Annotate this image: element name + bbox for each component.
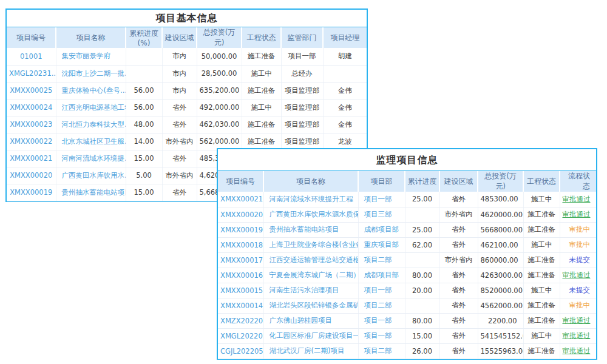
project-id-link[interactable]: XMXX00019 xyxy=(7,184,56,201)
progress-value: 62.00 xyxy=(405,237,439,252)
table-row: XMXX00021河南河流域水环境提升工程项目一部25.00省外485300.0… xyxy=(218,192,596,207)
manager-value: 龙波 xyxy=(323,133,367,150)
table-row: XMXX00015河南生活污水治理项目项目一部20.00省外8520000.00… xyxy=(218,283,596,298)
project-name-link[interactable]: 沈阳市上沙二期一批... xyxy=(56,65,126,82)
region-value: 市内 xyxy=(162,82,197,99)
flow-status[interactable]: 审批通过 xyxy=(560,207,596,222)
project-name-link[interactable]: 河南生活污水治理项目 xyxy=(263,283,358,298)
investment-value: 4263000.00 xyxy=(478,268,523,283)
flow-status[interactable]: 审批通过 xyxy=(560,328,596,343)
table-row: XMXX00023河北恒力泰科技大型...48.00省外462,030.00施工… xyxy=(7,116,367,133)
project-id-link[interactable]: XMXX00023 xyxy=(7,116,56,133)
region-value: 市内 xyxy=(162,65,197,82)
progress-value: 15.00 xyxy=(126,184,162,201)
project-name-link[interactable]: 湖北武汉厂房(二期)项目 xyxy=(263,343,358,359)
project-name-link[interactable]: 宁夏会展湾东城广场（二期）工程 xyxy=(263,268,358,283)
project-dept-link[interactable]: 项目二部 xyxy=(358,298,405,313)
column-header: 建设区域 xyxy=(162,27,197,48)
project-name-link[interactable]: 广西黄田水库饮用水源水质保护项目 xyxy=(263,207,358,222)
project-dept-link[interactable]: 项目一部 xyxy=(358,192,405,207)
project-id-link[interactable]: XMXX00019 xyxy=(218,222,263,237)
status-value: 施工中 xyxy=(523,237,560,252)
progress-value: 80.00 xyxy=(405,313,439,328)
department-value: 项目监理部 xyxy=(281,82,323,99)
investment-value: 562,000.00 xyxy=(197,133,242,150)
project-id-link[interactable]: XMXX00020 xyxy=(218,207,263,222)
supervision-info-table: 项目编号项目名称项目部累计进度建设区域总投资(万元)工程状态流程状态 XMXX0… xyxy=(218,171,596,359)
project-id-link[interactable]: XMXX00014 xyxy=(218,298,263,313)
table-row: XMXX00024江西光明电源基地工程56.00省外492,000.00施工中项… xyxy=(7,99,367,116)
project-id-link[interactable]: XMXX00017 xyxy=(218,252,263,268)
status-value: 施工准备 xyxy=(242,116,281,133)
project-id-link[interactable]: XMGL20231... xyxy=(7,65,56,82)
project-name-link[interactable]: 河北恒力泰科技大型... xyxy=(56,116,126,133)
project-id-link[interactable]: XMXX00022 xyxy=(7,133,56,150)
project-dept-link[interactable]: 成都项目部 xyxy=(358,268,405,283)
project-id-link[interactable]: XMXX00018 xyxy=(218,237,263,252)
progress-value: 15.00 xyxy=(126,150,162,167)
column-header: 监管部门 xyxy=(281,27,323,48)
project-dept-link[interactable]: 项目三部 xyxy=(358,207,405,222)
flow-status: 未提交 xyxy=(560,252,596,268)
status-value: 施工准备 xyxy=(523,298,560,313)
progress-value: 26.00 xyxy=(405,343,439,359)
flow-status[interactable]: 审批通过 xyxy=(560,192,596,207)
project-name-link[interactable]: 上海卫生院业务综合楼(含业务用... xyxy=(263,237,358,252)
project-name-link[interactable]: 江西交通运输管理总站交通枢纽及... xyxy=(263,252,358,268)
flow-status[interactable]: 审批通过 xyxy=(560,268,596,283)
project-name-link[interactable]: 北京东城社区卫生服... xyxy=(56,133,126,150)
column-header: 项目名称 xyxy=(263,171,358,192)
project-dept-link[interactable]: 项目一部 xyxy=(358,328,405,343)
project-id-link[interactable]: XMXX00021 xyxy=(7,150,56,167)
project-id-link[interactable]: XMGL20220... xyxy=(218,328,263,343)
project-name-link[interactable]: 河南河流域水环境提升工程 xyxy=(263,192,358,207)
supervision-info-panel: 监理项目信息 项目编号项目名称项目部累计进度建设区域总投资(万元)工程状态流程状… xyxy=(217,148,597,360)
column-header: 流程状态 xyxy=(560,171,596,192)
project-name-link[interactable]: 化工园区标准厂房建设项目一期项目 xyxy=(263,328,358,343)
investment-value: 541545152.00 xyxy=(478,328,523,343)
project-name-link[interactable]: 河南河流域水环境提... xyxy=(56,150,126,167)
project-name-link[interactable]: 贵州抽水蓄能电站项目 xyxy=(56,184,126,201)
project-name-link[interactable]: 广东佛山碧桂园项目 xyxy=(263,313,358,328)
table-row: XMZX20220...广东佛山碧桂园项目项目一部80.00省外2200.00施… xyxy=(218,313,596,328)
investment-value: 28,500.00 xyxy=(197,65,242,82)
project-dept-link[interactable]: 项目一部 xyxy=(358,283,405,298)
project-id-link[interactable]: XMXX00024 xyxy=(7,99,56,116)
column-header: 总投资(万元) xyxy=(197,27,242,48)
project-id-link[interactable]: XMXX00016 xyxy=(218,268,263,283)
flow-status[interactable]: 审批通过 xyxy=(560,343,596,359)
project-name-link[interactable]: 广西黄田水库饮用水... xyxy=(56,167,126,184)
project-id-link[interactable]: XMXX00025 xyxy=(7,82,56,99)
region-value: 市内 xyxy=(162,48,197,65)
progress-value: 56.00 xyxy=(126,99,162,116)
project-name-link[interactable]: 重庆体验中心(叁号... xyxy=(56,82,126,99)
project-id-link[interactable]: 01001 xyxy=(7,48,56,65)
region-value: 省外 xyxy=(162,116,197,133)
project-dept-link[interactable]: 项目二部 xyxy=(358,252,405,268)
status-value: 施工准备 xyxy=(242,48,281,65)
project-id-link[interactable]: CGJL202205... xyxy=(218,343,263,359)
investment-value: 462,030.00 xyxy=(197,116,242,133)
project-id-link[interactable]: XMXX00020 xyxy=(7,167,56,184)
flow-status[interactable]: 审批通过 xyxy=(560,313,596,328)
project-name-link[interactable]: 江西光明电源基地工程 xyxy=(56,99,126,116)
manager-value: 金伟 xyxy=(323,99,367,116)
project-name-link[interactable]: 湖北岩头区段铅锌银多金属矿开采... xyxy=(263,298,358,313)
table-row: 01001集安市丽景学府市内50,000.00施工准备项目一部胡建 xyxy=(7,48,367,65)
table-row: XMXX00018上海卫生院业务综合楼(含业务用...重庆项目部62.00省外4… xyxy=(218,237,596,252)
project-name-link[interactable]: 贵州抽水蓄能电站项目 xyxy=(263,222,358,237)
project-name-link[interactable]: 集安市丽景学府 xyxy=(56,48,126,65)
investment-value: 5668000.00 xyxy=(478,222,523,237)
project-dept-link[interactable]: 重庆项目部 xyxy=(358,237,405,252)
column-header: 累计进度 xyxy=(405,171,439,192)
department-value: 项目一部 xyxy=(281,48,323,65)
table-header: 项目编号项目名称累积进度 (%)建设区域总投资(万元)工程状态监管部门项目经理 xyxy=(7,27,367,48)
project-dept-link[interactable]: 项目二部 xyxy=(358,343,405,359)
project-dept-link[interactable]: 项目一部 xyxy=(358,313,405,328)
project-dept-link[interactable]: 成都项目部 xyxy=(358,222,405,237)
progress-value: 48.00 xyxy=(126,116,162,133)
project-id-link[interactable]: XMZX20220... xyxy=(218,313,263,328)
project-id-link[interactable]: XMXX00015 xyxy=(218,283,263,298)
project-id-link[interactable]: XMXX00021 xyxy=(218,192,263,207)
status-value: 施工准备 xyxy=(523,313,560,328)
